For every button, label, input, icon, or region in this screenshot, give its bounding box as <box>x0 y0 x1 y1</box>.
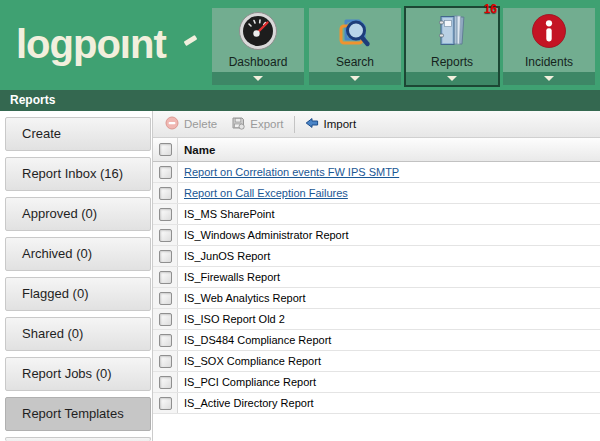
chevron-down-icon <box>544 76 554 81</box>
table-row[interactable]: IS_Windows Administrator Report <box>153 225 600 246</box>
row-checkbox-cell <box>153 351 178 371</box>
export-save-icon <box>231 116 245 132</box>
select-all-checkbox[interactable] <box>159 143 172 156</box>
sidebar-item-shared[interactable]: Shared (0) <box>5 317 151 351</box>
incident-icon <box>529 11 569 55</box>
row-checkbox[interactable] <box>159 229 172 242</box>
nav-tile-dashboard[interactable]: Dashboard <box>212 8 304 85</box>
report-name: IS_SOX Compliance Report <box>178 351 321 371</box>
table-row[interactable]: IS_JunOS Report <box>153 246 600 267</box>
row-checkbox[interactable] <box>159 187 172 200</box>
table-row[interactable]: IS_MS SharePoint <box>153 204 600 225</box>
app-header: logpoınt <box>0 0 600 90</box>
nav-tile-reports[interactable]: 16 Reports <box>406 8 498 85</box>
row-checkbox-cell <box>153 309 178 329</box>
row-checkbox[interactable] <box>159 334 172 347</box>
report-name: IS_DS484 Compliance Report <box>178 330 331 350</box>
nav-tile-incidents[interactable]: Incidents <box>503 8 595 85</box>
table-row[interactable]: Report on Correlation events FW IPS SMTP <box>153 162 600 183</box>
report-table-body: Report on Correlation events FW IPS SMTP… <box>153 162 600 414</box>
name-column-header: Name <box>178 138 215 161</box>
report-templates-panel: Delete Export <box>152 111 600 441</box>
table-row[interactable]: IS_Active Directory Report <box>153 393 600 414</box>
row-checkbox[interactable] <box>159 250 172 263</box>
nav-tile-dashboard-face[interactable]: Dashboard <box>212 8 304 72</box>
nav-dashboard-dropdown[interactable] <box>212 72 304 85</box>
table-row[interactable]: Report on Call Exception Failures <box>153 183 600 204</box>
nav-incidents-dropdown[interactable] <box>503 72 595 85</box>
sidebar-item-flagged[interactable]: Flagged (0) <box>5 277 151 311</box>
table-row[interactable]: IS_DS484 Compliance Report <box>153 330 600 351</box>
nav-tile-search-face[interactable]: Search <box>309 8 401 72</box>
page-title: Reports <box>10 93 55 107</box>
row-checkbox-cell <box>153 246 178 266</box>
reports-toolbar: Delete Export <box>153 111 600 138</box>
nav-tile-search[interactable]: Search <box>309 8 401 85</box>
report-name: IS_Active Directory Report <box>178 393 314 413</box>
sidebar-item-approved[interactable]: Approved (0) <box>5 197 151 231</box>
sidebar-item-archived[interactable]: Archived (0) <box>5 237 151 271</box>
sidebar-item-report-templates[interactable]: Report Templates <box>5 397 151 431</box>
nav-label-incidents: Incidents <box>525 55 573 69</box>
row-checkbox[interactable] <box>159 376 172 389</box>
toolbar-separator <box>294 116 295 133</box>
gauge-icon <box>238 11 278 55</box>
logpoint-app-window: logpoınt <box>0 0 600 441</box>
export-button[interactable]: Export <box>224 113 290 135</box>
row-checkbox[interactable] <box>159 397 172 410</box>
row-checkbox[interactable] <box>159 355 172 368</box>
reports-stack-icon <box>432 11 472 55</box>
nav-label-reports: Reports <box>431 55 473 69</box>
report-table-header: Name <box>153 138 600 162</box>
report-name: IS_Windows Administrator Report <box>178 225 348 245</box>
import-icon <box>305 116 319 132</box>
row-checkbox-cell <box>153 330 178 350</box>
row-checkbox[interactable] <box>159 208 172 221</box>
reports-sidebar: Create Report Inbox (16) Approved (0) Ar… <box>5 117 151 441</box>
nav-search-dropdown[interactable] <box>309 72 401 85</box>
delete-button[interactable]: Delete <box>158 113 224 135</box>
row-checkbox-cell <box>153 372 178 392</box>
logo-text: logpoınt <box>16 22 166 66</box>
report-name: IS_Firewalls Report <box>178 267 280 287</box>
table-row[interactable]: IS_PCI Compliance Report <box>153 372 600 393</box>
row-checkbox[interactable] <box>159 313 172 326</box>
nav-tile-reports-face[interactable]: Reports <box>406 8 498 72</box>
nav-reports-dropdown[interactable] <box>406 72 498 85</box>
sidebar-item-report-jobs[interactable]: Report Jobs (0) <box>5 357 151 391</box>
row-checkbox-cell <box>153 162 178 182</box>
import-button[interactable]: Import <box>298 113 364 135</box>
logo-accent-mark <box>184 35 198 46</box>
header-checkbox-cell <box>153 138 178 161</box>
report-name[interactable]: Report on Call Exception Failures <box>178 183 348 203</box>
nav-label-search: Search <box>336 55 374 69</box>
sidebar-item-partial <box>5 437 151 441</box>
report-name: IS_Web Analytics Report <box>178 288 305 308</box>
logpoint-logo: logpoınt <box>16 22 166 67</box>
sidebar-item-create[interactable]: Create <box>5 117 151 151</box>
table-row[interactable]: IS_Web Analytics Report <box>153 288 600 309</box>
row-checkbox-cell <box>153 393 178 413</box>
report-name: IS_ISO Report Old 2 <box>178 309 285 329</box>
reports-count-badge: 16 <box>484 2 497 16</box>
nav-tile-incidents-face[interactable]: Incidents <box>503 8 595 72</box>
row-checkbox[interactable] <box>159 271 172 284</box>
search-icon <box>335 11 375 55</box>
report-name: IS_MS SharePoint <box>178 204 275 224</box>
row-checkbox-cell <box>153 225 178 245</box>
table-row[interactable]: IS_ISO Report Old 2 <box>153 309 600 330</box>
table-row[interactable]: IS_SOX Compliance Report <box>153 351 600 372</box>
chevron-down-icon <box>350 76 360 81</box>
row-checkbox-cell <box>153 267 178 287</box>
chevron-down-icon <box>253 76 263 81</box>
report-name[interactable]: Report on Correlation events FW IPS SMTP <box>178 162 399 182</box>
sidebar-item-report-inbox[interactable]: Report Inbox (16) <box>5 157 151 191</box>
main-navigation: Dashboard Sea <box>212 8 595 85</box>
table-row[interactable]: IS_Firewalls Report <box>153 267 600 288</box>
row-checkbox-cell <box>153 288 178 308</box>
row-checkbox-cell <box>153 204 178 224</box>
row-checkbox[interactable] <box>159 166 172 179</box>
row-checkbox-cell <box>153 183 178 203</box>
report-name: IS_PCI Compliance Report <box>178 372 316 392</box>
row-checkbox[interactable] <box>159 292 172 305</box>
